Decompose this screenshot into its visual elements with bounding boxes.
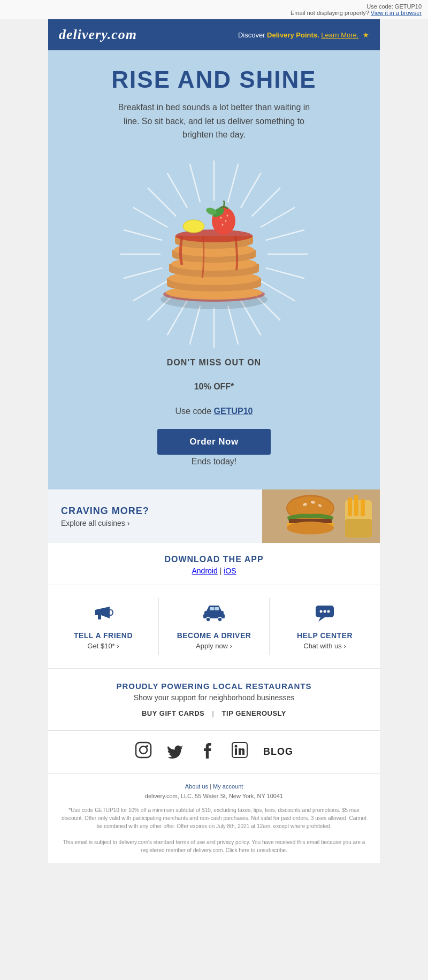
- food-visual-svg: [262, 489, 380, 543]
- svg-line-7: [266, 268, 304, 278]
- svg-rect-67: [210, 607, 214, 610]
- svg-rect-60: [361, 499, 365, 516]
- megaphone-icon: [54, 603, 153, 627]
- legal-text-2: This email is subject to delivery.com's …: [59, 838, 369, 854]
- footer: About us | My account delivery.com, LLC.…: [48, 774, 380, 863]
- my-account-link[interactable]: My account: [213, 783, 243, 790]
- hero-section: RISE AND SHINE Breakfast in bed sounds a…: [48, 50, 380, 489]
- local-section: PROUDLY POWERING LOCAL RESTAURANTS Show …: [48, 669, 380, 731]
- promo-code-link[interactable]: GETUP10: [214, 407, 253, 416]
- facebook-link[interactable]: [199, 741, 216, 762]
- instagram-icon: [135, 741, 152, 759]
- ios-link[interactable]: iOS: [224, 566, 236, 575]
- footer-links: About us | My account: [59, 782, 369, 792]
- hero-headline: RISE AND SHINE: [64, 66, 364, 93]
- svg-rect-59: [354, 495, 358, 516]
- email-display-text: Email not displaying properly?: [291, 10, 369, 16]
- learn-more-link[interactable]: Learn More.: [321, 31, 358, 39]
- tell-friend-title: TELL A FRIEND: [54, 631, 153, 640]
- svg-rect-74: [136, 742, 151, 757]
- svg-line-11: [228, 305, 238, 344]
- svg-marker-70: [318, 617, 325, 622]
- hero-subtext: Breakfast in bed sounds a lot better tha…: [112, 101, 316, 142]
- download-headline: DOWNLOAD THE APP: [48, 555, 380, 564]
- instagram-link[interactable]: [135, 741, 152, 762]
- svg-point-44: [222, 224, 224, 226]
- star-icon: ★: [363, 31, 369, 39]
- chat-icon: [275, 603, 374, 627]
- craving-headline: CRAVING MORE?: [61, 506, 249, 517]
- svg-line-22: [167, 173, 188, 208]
- local-subtext: Show your support for neighborhood busin…: [59, 693, 369, 702]
- svg-line-13: [190, 305, 200, 344]
- use-code-text: Use code GETUP10: [112, 404, 316, 418]
- svg-rect-61: [345, 519, 372, 538]
- svg-point-71: [320, 610, 323, 613]
- local-separator: |: [212, 709, 214, 717]
- order-now-button[interactable]: Order Now: [157, 429, 270, 455]
- email-header: delivery.com Discover Delivery Points. L…: [48, 19, 380, 50]
- car-icon: [164, 603, 264, 627]
- help-center-column[interactable]: HELP CENTER Chat with us ›: [270, 598, 380, 655]
- svg-line-5: [266, 229, 304, 240]
- svg-line-1: [228, 164, 238, 202]
- svg-point-72: [324, 610, 326, 613]
- svg-line-17: [124, 268, 162, 278]
- buy-gift-cards-link[interactable]: BUY GIFT CARDS: [142, 709, 204, 717]
- svg-line-3: [252, 188, 280, 216]
- svg-point-56: [287, 522, 334, 534]
- become-driver-column[interactable]: BECOME A DRIVER Apply now ›: [159, 598, 270, 655]
- svg-rect-78: [235, 748, 237, 755]
- social-icons-row: BLOG: [59, 741, 369, 762]
- svg-point-75: [140, 746, 147, 754]
- sunburst-svg: [102, 152, 326, 356]
- svg-line-21: [148, 188, 176, 216]
- craving-food-image: [262, 489, 380, 543]
- svg-line-2: [241, 173, 261, 208]
- twitter-link[interactable]: [167, 741, 184, 762]
- tell-friend-subtitle: Get $10* ›: [54, 642, 153, 650]
- top-bar: Use code: GETUP10 Email not displaying p…: [0, 0, 428, 19]
- legal-text-1: *Use code GETUP10 for 10% off a minimum …: [59, 806, 369, 830]
- svg-line-23: [190, 164, 200, 202]
- svg-point-76: [146, 745, 148, 747]
- ends-today-text: Ends today!: [112, 455, 316, 469]
- svg-point-45: [227, 215, 228, 217]
- about-link[interactable]: About us: [185, 783, 208, 790]
- email-wrapper: delivery.com Discover Delivery Points. L…: [48, 19, 380, 863]
- hero-visual: [64, 152, 364, 356]
- view-browser-link[interactable]: View it in a browser: [371, 10, 422, 16]
- social-section: BLOG: [48, 731, 380, 774]
- svg-point-42: [220, 217, 222, 219]
- delivery-points: Delivery Points.: [267, 31, 319, 39]
- become-driver-title: BECOME A DRIVER: [164, 631, 264, 640]
- three-columns: TELL A FRIEND Get $10* › BECOME A DRIVER…: [48, 585, 380, 669]
- svg-point-73: [327, 610, 330, 613]
- craving-text: CRAVING MORE? Explore all cuisines ›: [48, 495, 262, 538]
- discover-text: Discover: [238, 31, 265, 39]
- tip-generously-link[interactable]: TIP GENEROUSLY: [222, 709, 286, 717]
- svg-rect-68: [215, 607, 219, 610]
- svg-point-66: [218, 617, 222, 622]
- linkedin-link[interactable]: [231, 741, 248, 762]
- help-center-title: HELP CENTER: [275, 631, 374, 640]
- footer-address: delivery.com, LLC. 55 Water St, New York…: [59, 792, 369, 801]
- header-promo: Discover Delivery Points. Learn More. ★: [238, 31, 369, 39]
- svg-line-19: [124, 229, 162, 240]
- svg-rect-58: [348, 497, 352, 516]
- blog-link[interactable]: BLOG: [263, 746, 293, 757]
- download-platforms: Android | iOS: [48, 566, 380, 575]
- download-section: DOWNLOAD THE APP Android | iOS: [48, 543, 380, 585]
- dont-miss-text: DON'T MISS OUT ON: [112, 356, 316, 370]
- craving-subtext[interactable]: Explore all cuisines ›: [61, 519, 249, 527]
- percent-off-text: 10% OFF*: [112, 380, 316, 394]
- local-links: BUY GIFT CARDS | TIP GENEROUSLY: [59, 709, 369, 717]
- svg-line-20: [133, 207, 167, 227]
- craving-section: CRAVING MORE? Explore all cuisines ›: [48, 489, 380, 543]
- android-link[interactable]: Android: [192, 566, 217, 575]
- tell-friend-column[interactable]: TELL A FRIEND Get $10* ›: [48, 598, 159, 655]
- svg-point-65: [206, 617, 210, 622]
- svg-point-43: [225, 220, 227, 222]
- local-headline: PROUDLY POWERING LOCAL RESTAURANTS: [59, 682, 369, 691]
- use-code-top: Use code: GETUP10: [366, 3, 422, 10]
